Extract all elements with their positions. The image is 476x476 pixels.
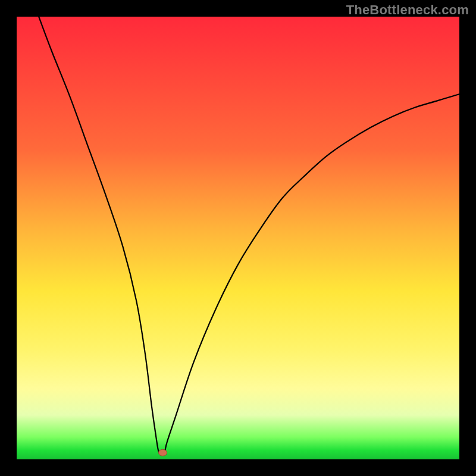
min-marker xyxy=(159,449,167,456)
watermark-text: TheBottleneck.com xyxy=(346,2,469,18)
bottleneck-curve xyxy=(39,17,459,455)
curve-svg xyxy=(17,17,459,459)
chart-container: TheBottleneck.com xyxy=(0,0,476,476)
plot-area xyxy=(17,17,459,459)
